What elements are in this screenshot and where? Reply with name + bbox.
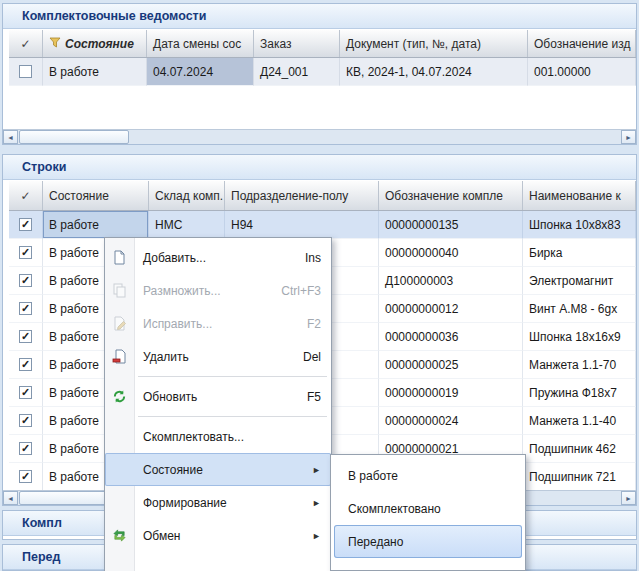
submenu-item-assembled[interactable]: Скомплектовано bbox=[331, 492, 525, 525]
submenu-item-label: В работе bbox=[348, 469, 398, 483]
menu-separator bbox=[105, 413, 331, 420]
submenu-item-in-progress[interactable]: В работе bbox=[331, 459, 525, 492]
menu-item-label: Состояние bbox=[143, 463, 203, 477]
panel-lines-header[interactable]: Строки bbox=[3, 155, 636, 180]
menu-item-assemble[interactable]: Скомплектовать... bbox=[105, 420, 331, 453]
menu-item-delete[interactable]: Удалить Del bbox=[105, 340, 331, 373]
menu-item-refresh[interactable]: Обновить F5 bbox=[105, 380, 331, 413]
submenu-item-label: Передано bbox=[348, 535, 403, 549]
cell-name[interactable]: Манжета 1.1-70 bbox=[523, 351, 636, 379]
edit-document-icon bbox=[112, 316, 135, 331]
cell-designation[interactable]: 001.00000 bbox=[528, 58, 636, 86]
horizontal-scrollbar[interactable]: ◄ ► bbox=[3, 129, 636, 144]
scroll-track[interactable] bbox=[18, 130, 621, 144]
menu-item-formation[interactable]: Формирование ► bbox=[105, 486, 331, 519]
row-check-cell: ✓ bbox=[9, 379, 43, 407]
picking-lists-table-header: ✓ Состояние Дата смены сос Заказ Докумен… bbox=[9, 30, 636, 58]
cell-warehouse[interactable]: НМС bbox=[149, 211, 225, 239]
table-row[interactable]: ✓ В работе НМС Н94 00000000135 Шпонка 10… bbox=[9, 211, 636, 239]
row-checkbox[interactable] bbox=[19, 65, 32, 78]
column-header-designation[interactable]: Обозначение компле bbox=[379, 181, 523, 210]
refresh-icon bbox=[112, 389, 135, 404]
row-checkbox[interactable]: ✓ bbox=[19, 330, 32, 343]
column-header-label: Состояние bbox=[65, 37, 134, 51]
row-checkbox[interactable]: ✓ bbox=[19, 442, 32, 455]
cell-department[interactable]: Н94 bbox=[225, 211, 379, 239]
column-header-warehouse[interactable]: Склад комп. bbox=[149, 181, 225, 210]
scroll-left-button[interactable]: ◄ bbox=[3, 491, 18, 505]
column-header-state[interactable]: Состояние bbox=[43, 181, 149, 210]
column-header-department[interactable]: Подразделение-полу bbox=[225, 181, 379, 210]
cell-name[interactable]: Винт А.М8 - 6gх bbox=[523, 295, 636, 323]
cell-name[interactable]: Манжета 1.1-40 bbox=[523, 407, 636, 435]
column-header-check[interactable]: ✓ bbox=[9, 181, 43, 210]
row-checkbox[interactable]: ✓ bbox=[19, 218, 32, 231]
menu-item-state[interactable]: Состояние ► bbox=[105, 453, 331, 486]
scroll-left-button[interactable]: ◄ bbox=[3, 130, 18, 144]
column-header-document[interactable]: Документ (тип, №, дата) bbox=[340, 30, 528, 57]
delete-document-icon bbox=[112, 349, 135, 364]
row-check-cell: ✓ bbox=[9, 435, 43, 463]
row-checkbox[interactable]: ✓ bbox=[19, 414, 32, 427]
cell-name[interactable]: Шпонка 18х16х9 bbox=[523, 323, 636, 351]
submenu-item-transferred[interactable]: Передано bbox=[334, 525, 522, 558]
row-checkbox[interactable]: ✓ bbox=[19, 274, 32, 287]
row-check-cell: ✓ bbox=[9, 211, 43, 239]
cell-document[interactable]: КВ, 2024-1, 04.07.2024 bbox=[340, 58, 528, 86]
row-checkbox[interactable]: ✓ bbox=[19, 358, 32, 371]
menu-item-edit[interactable]: Исправить... F2 bbox=[105, 307, 331, 340]
menu-item-label: Обмен bbox=[143, 529, 181, 543]
menu-item-shortcut: Ctrl+F3 bbox=[281, 284, 321, 298]
cell-name[interactable]: Подшипник 721 bbox=[523, 463, 636, 491]
row-check-cell: ✓ bbox=[9, 463, 43, 491]
scroll-thumb[interactable] bbox=[19, 130, 129, 144]
submenu-item-label: Скомплектовано bbox=[348, 502, 441, 516]
cell-name[interactable]: Подшипник 462 bbox=[523, 435, 636, 463]
menu-item-duplicate[interactable]: Размножить... Ctrl+F3 bbox=[105, 274, 331, 307]
column-header-name[interactable]: Наименование к bbox=[523, 181, 636, 210]
cell-state[interactable]: В работе bbox=[43, 211, 149, 239]
panel-picking-lists-header[interactable]: Комплектовочные ведомости bbox=[3, 4, 636, 29]
menu-item-label: Обновить bbox=[143, 390, 197, 404]
table-row[interactable]: В работе 04.07.2024 Д24_001 КВ, 2024-1, … bbox=[9, 58, 636, 86]
panel-picking-lists: Комплектовочные ведомости ✓ Состояние Да… bbox=[2, 3, 637, 145]
scroll-right-button[interactable]: ► bbox=[621, 130, 636, 144]
row-checkbox[interactable]: ✓ bbox=[19, 246, 32, 259]
cell-designation[interactable]: 00000000036 bbox=[379, 323, 523, 351]
cell-name[interactable]: Электромагнит bbox=[523, 267, 636, 295]
column-header-designation[interactable]: Обозначение изд bbox=[528, 30, 636, 57]
menu-item-exchange[interactable]: Обмен ► bbox=[105, 519, 331, 552]
row-check-cell: ✓ bbox=[9, 323, 43, 351]
menu-item-label: Формирование bbox=[143, 496, 227, 510]
column-header-order[interactable]: Заказ bbox=[254, 30, 340, 57]
scroll-right-button[interactable]: ► bbox=[621, 491, 636, 505]
picking-lists-table: ✓ Состояние Дата смены сос Заказ Докумен… bbox=[9, 30, 636, 86]
cell-designation[interactable]: 00000000019 bbox=[379, 379, 523, 407]
menu-item-add[interactable]: Добавить... Ins bbox=[105, 241, 331, 274]
cell-designation[interactable]: 00000000012 bbox=[379, 295, 523, 323]
cell-order[interactable]: Д24_001 bbox=[254, 58, 340, 86]
column-header-state[interactable]: Состояние bbox=[43, 30, 147, 57]
panel-title: Комплектовочные ведомости bbox=[22, 9, 206, 23]
column-header-date[interactable]: Дата смены сос bbox=[147, 30, 254, 57]
cell-designation[interactable]: 00000000135 bbox=[379, 211, 523, 239]
cell-designation[interactable]: 00000000040 bbox=[379, 239, 523, 267]
cell-designation[interactable]: 00000000025 bbox=[379, 351, 523, 379]
copy-document-icon bbox=[112, 283, 135, 298]
left-arrow-icon: ◄ bbox=[7, 134, 14, 141]
cell-designation[interactable]: 00000000024 bbox=[379, 407, 523, 435]
cell-designation[interactable]: Д100000003 bbox=[379, 267, 523, 295]
cell-name[interactable]: Шпонка 10х8х83 bbox=[523, 211, 636, 239]
menu-item-label: Удалить bbox=[143, 350, 189, 364]
right-arrow-icon: ► bbox=[625, 134, 632, 141]
row-check-cell: ✓ bbox=[9, 267, 43, 295]
cell-name[interactable]: Бирка bbox=[523, 239, 636, 267]
cell-name[interactable]: Пружина Ф18х7 bbox=[523, 379, 636, 407]
column-header-check[interactable]: ✓ bbox=[9, 30, 43, 57]
row-checkbox[interactable]: ✓ bbox=[19, 386, 32, 399]
row-checkbox[interactable]: ✓ bbox=[19, 470, 32, 483]
row-checkbox[interactable]: ✓ bbox=[19, 302, 32, 315]
cell-state[interactable]: В работе bbox=[43, 58, 147, 86]
cell-date[interactable]: 04.07.2024 bbox=[147, 58, 254, 86]
right-arrow-icon: ► bbox=[625, 495, 632, 502]
